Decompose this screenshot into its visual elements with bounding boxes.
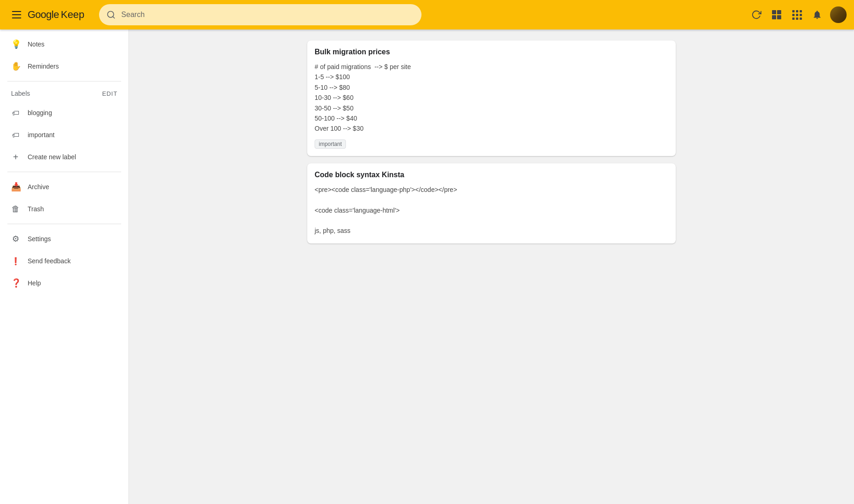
search-bar[interactable]: Search [99,4,421,25]
sidebar-item-feedback[interactable]: Send feedback [0,250,121,272]
header-actions [747,6,847,24]
note-title-1: Bulk migration prices [315,48,668,56]
label-important-text: important [28,131,54,139]
menu-button[interactable] [7,6,26,24]
label-icon-important [11,130,20,140]
avatar-image [830,6,847,23]
bell-icon [812,10,822,20]
sidebar-item-notes[interactable]: Notes [0,33,121,55]
sidebar-item-help[interactable]: Help [0,272,121,294]
hamburger-icon [12,11,21,18]
label-blogging-text: blogging [28,109,52,116]
notifications-button[interactable] [808,6,826,24]
refresh-icon [751,10,761,20]
refresh-button[interactable] [747,6,766,24]
archive-icon [11,182,20,192]
sidebar-item-label-important[interactable]: important [0,124,121,146]
app-body: Notes Reminders Labels EDIT blogging imp… [0,0,854,504]
note-tag-important[interactable]: important [315,139,346,149]
lightbulb-icon [11,39,20,49]
main-content: Bulk migration prices # of paid migratio… [129,29,854,504]
create-label-text: Create new label [28,153,76,161]
divider-2 [7,172,121,172]
avatar[interactable] [830,6,847,23]
sidebar: Notes Reminders Labels EDIT blogging imp… [0,29,129,504]
feedback-icon [11,256,20,266]
divider-1 [7,81,121,81]
sidebar-item-label-blogging[interactable]: blogging [0,102,121,124]
sidebar-item-create-label[interactable]: Create new label [0,146,121,168]
edit-labels-button[interactable]: EDIT [102,90,117,97]
note-body-1: # of paid migrations --> $ per site 1-5 … [315,62,668,134]
settings-icon [11,234,20,244]
note-card-2[interactable]: Code block syntax Kinsta <pre><code clas… [307,163,676,243]
sidebar-item-archive[interactable]: Archive [0,176,121,198]
logo-keep-text: Keep [61,9,84,21]
reminders-label: Reminders [28,63,59,70]
app-logo[interactable]: Google Keep [28,9,84,21]
sidebar-item-reminders[interactable]: Reminders [0,55,121,77]
plus-icon [11,152,20,162]
trash-icon [11,204,20,214]
label-icon-blogging [11,108,20,118]
view-toggle-icon [772,10,781,19]
note-card-1[interactable]: Bulk migration prices # of paid migratio… [307,41,676,156]
view-toggle-button[interactable] [767,6,786,24]
logo-google-text: Google [28,9,59,21]
help-label: Help [28,279,41,287]
app-header: Google Keep Search [0,0,854,29]
note-body-2: <pre><code class='language-php'></code><… [315,185,668,236]
apps-grid-icon [792,10,802,20]
search-placeholder-text: Search [121,11,145,19]
note-title-2: Code block syntax Kinsta [315,171,668,179]
notes-label: Notes [28,41,45,48]
help-icon [11,278,20,288]
labels-title: Labels [11,90,30,97]
search-icon [106,10,116,19]
feedback-label: Send feedback [28,257,70,265]
apps-button[interactable] [788,6,806,24]
sidebar-item-trash[interactable]: Trash [0,198,121,220]
settings-label: Settings [28,235,51,243]
reminder-icon [11,61,20,71]
labels-header: Labels EDIT [0,85,129,102]
trash-label: Trash [28,205,44,213]
divider-3 [7,224,121,224]
sidebar-item-settings[interactable]: Settings [0,228,121,250]
archive-label: Archive [28,183,49,191]
svg-line-1 [113,17,115,18]
